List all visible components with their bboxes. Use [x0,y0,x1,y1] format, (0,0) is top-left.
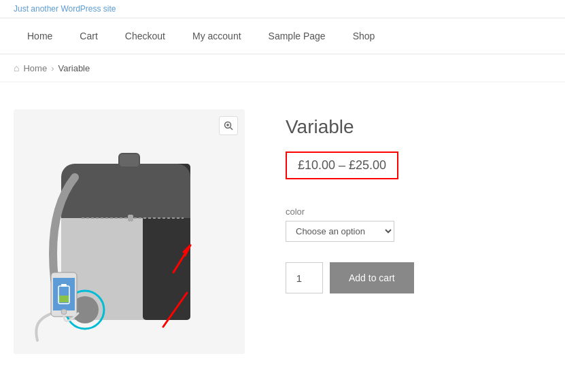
breadcrumb-separator: › [51,63,54,73]
zoom-icon[interactable] [219,116,238,135]
breadcrumb: ⌂ Home › Variable [0,54,565,82]
add-to-cart-row: Add to cart [286,262,551,293]
quantity-input[interactable] [286,262,323,293]
product-details: Variable £10.00 – £25.00 color Choose an… [286,109,551,354]
color-select[interactable]: Choose an option [286,221,394,242]
price-range: £10.00 – £25.00 [286,152,398,179]
nav-cart[interactable]: Cart [66,18,111,54]
product-area: Variable £10.00 – £25.00 color Choose an… [0,82,565,381]
svg-rect-14 [61,284,67,287]
main-nav: Home Cart Checkout My account Sample Pag… [0,18,565,54]
svg-rect-15 [59,296,69,302]
home-icon: ⌂ [14,63,19,73]
svg-rect-6 [119,154,139,167]
add-to-cart-button[interactable]: Add to cart [330,262,414,293]
nav-samplepage[interactable]: Sample Page [255,18,339,54]
product-image [14,109,245,354]
svg-rect-10 [128,215,133,221]
svg-rect-5 [61,198,190,218]
variation-label: color [286,207,551,217]
svg-point-16 [61,309,67,315]
nav-myaccount[interactable]: My account [179,18,255,54]
product-title: Variable [286,116,551,138]
nav-home[interactable]: Home [14,18,66,54]
breadcrumb-home[interactable]: Home [23,63,47,73]
svg-line-18 [230,128,233,130]
nav-shop[interactable]: Shop [339,18,389,54]
product-image-wrapper [14,109,245,354]
breadcrumb-current: Variable [58,63,90,73]
site-tagline: Just another WordPress site [0,0,565,18]
svg-rect-12 [53,278,75,310]
nav-checkout[interactable]: Checkout [112,18,179,54]
